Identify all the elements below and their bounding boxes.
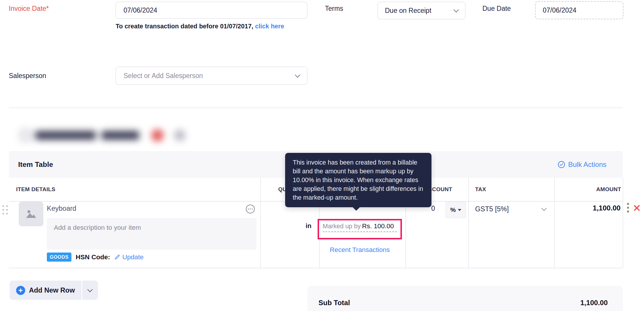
invoice-editor-screen: Invoice Date* 07/06/2024 To create trans… xyxy=(0,0,644,311)
salesperson-placeholder: Select or Add Salesperson xyxy=(124,72,203,80)
add-new-row-label: Add New Row xyxy=(29,286,75,294)
close-icon xyxy=(633,204,641,212)
invoice-date-label: Invoice Date* xyxy=(9,5,49,13)
markup-label: Marked up by xyxy=(323,223,361,230)
tax-chevron-down-icon[interactable] xyxy=(541,205,547,211)
hsn-code-label: HSN Code: xyxy=(76,253,110,261)
column-separator xyxy=(468,178,469,268)
quantity-unit-label: in xyxy=(293,222,311,230)
pencil-icon xyxy=(114,254,120,260)
blurred-red-icon xyxy=(151,129,164,141)
click-here-link[interactable]: click here xyxy=(255,23,284,30)
chevron-down-icon xyxy=(453,7,459,12)
column-header-item-details: ITEM DETAILS xyxy=(16,178,55,201)
tax-select[interactable]: GST5 [5%] xyxy=(475,205,509,213)
check-circle-icon xyxy=(558,161,565,168)
markup-amount-field[interactable]: Marked up by Rs. 100.00 xyxy=(318,219,402,239)
invoice-date-value: 07/06/2024 xyxy=(124,6,157,14)
column-separator xyxy=(554,178,555,268)
due-date-label: Due Date xyxy=(482,5,511,13)
column-header-tax: TAX xyxy=(475,178,486,201)
due-date-input[interactable]: 07/06/2024 xyxy=(535,1,624,19)
photo-icon xyxy=(24,207,38,221)
add-new-row-split-button: Add New Row xyxy=(10,281,98,300)
chevron-down-icon xyxy=(295,72,300,77)
row-drag-handle[interactable] xyxy=(2,205,8,215)
goods-type-badge: GOODS xyxy=(47,253,71,262)
discount-unit-dropdown[interactable]: % xyxy=(446,202,466,218)
line-amount-value: 1,100.00 xyxy=(565,204,621,212)
hsn-update-link[interactable]: Update xyxy=(114,253,144,261)
bulk-actions-label: Bulk Actions xyxy=(568,160,607,169)
item-name-field[interactable]: Keyboard xyxy=(47,205,76,212)
markup-info-tooltip: This invoice has been created from a bil… xyxy=(285,153,431,207)
blurred-text xyxy=(102,131,139,140)
sub-total-value: 1,100.00 xyxy=(549,299,608,307)
add-new-row-button[interactable]: Add New Row xyxy=(10,281,81,300)
column-separator xyxy=(260,178,261,268)
terms-value: Due on Receipt xyxy=(385,7,431,15)
item-meta-row: GOODS HSN Code: Update xyxy=(47,253,144,262)
recent-transactions-link[interactable]: Recent Transactions xyxy=(318,246,402,254)
item-description-input[interactable]: Add a description to your item xyxy=(47,218,256,250)
description-placeholder: Add a description to your item xyxy=(54,224,141,231)
terms-select[interactable]: Due on Receipt xyxy=(378,2,465,19)
item-table-title: Item Table xyxy=(18,151,53,178)
invoice-date-input[interactable]: 07/06/2024 xyxy=(116,2,307,19)
ellipsis-circle-icon xyxy=(245,204,255,214)
section-divider xyxy=(9,108,623,108)
chevron-down-icon xyxy=(87,287,93,292)
totals-panel xyxy=(307,286,623,311)
sub-total-label: Sub Total xyxy=(318,299,350,307)
redacted-blurred-block xyxy=(16,123,198,148)
invoice-date-helper: To create transaction dated before 01/07… xyxy=(116,23,284,30)
column-header-amount: AMOUNT xyxy=(558,178,621,201)
delete-row-button[interactable] xyxy=(633,204,641,213)
row-bottom-border xyxy=(9,268,623,268)
add-row-dropdown-button[interactable] xyxy=(82,281,98,300)
item-image-placeholder-icon[interactable] xyxy=(19,202,43,226)
hsn-update-label: Update xyxy=(122,253,144,261)
row-more-actions-button[interactable] xyxy=(627,203,629,212)
markup-value: Rs. 100.00 xyxy=(362,222,394,230)
salesperson-label: Salesperson xyxy=(9,72,46,80)
discount-unit-value: % xyxy=(450,206,456,213)
terms-label: Terms xyxy=(325,5,343,13)
blurred-checkbox xyxy=(20,130,31,141)
caret-down-icon xyxy=(458,209,461,211)
blurred-text xyxy=(35,131,96,140)
helper-text: To create transaction dated before 01/07… xyxy=(116,23,253,30)
bulk-actions-button[interactable]: Bulk Actions xyxy=(558,151,607,178)
due-date-value: 07/06/2024 xyxy=(543,6,576,14)
column-separator xyxy=(623,178,623,268)
row-options-menu-button[interactable] xyxy=(245,204,255,215)
blurred-gray-icon xyxy=(174,130,185,141)
editable-dashed-underline xyxy=(323,231,397,232)
plus-icon xyxy=(16,286,25,295)
salesperson-select[interactable]: Select or Add Salesperson xyxy=(116,67,307,85)
